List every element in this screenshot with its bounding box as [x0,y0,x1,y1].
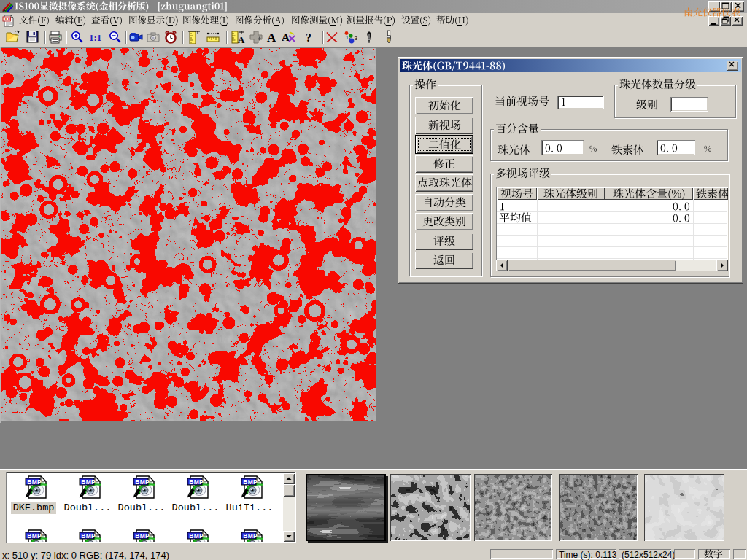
svg-text:BMP: BMP [81,478,96,486]
svg-text:A: A [282,31,290,43]
svg-text:BMP: BMP [135,478,150,486]
svg-text:BMP: BMP [243,478,258,486]
svg-text:3: 3 [355,35,358,42]
svg-text:BMP: BMP [27,478,42,486]
svg-text:DOC: DOC [4,17,12,21]
svg-text:BMP: BMP [135,532,150,540]
svg-text:BMP: BMP [243,532,258,540]
svg-text:A: A [238,34,245,44]
svg-text:?: ? [306,31,311,44]
svg-text:BMP: BMP [189,478,204,486]
svg-text:1:1: 1:1 [89,32,101,43]
svg-text:BMP: BMP [81,532,96,540]
svg-text:BMP: BMP [27,532,42,540]
svg-text:A: A [267,31,276,44]
svg-text:BMP: BMP [189,532,204,540]
